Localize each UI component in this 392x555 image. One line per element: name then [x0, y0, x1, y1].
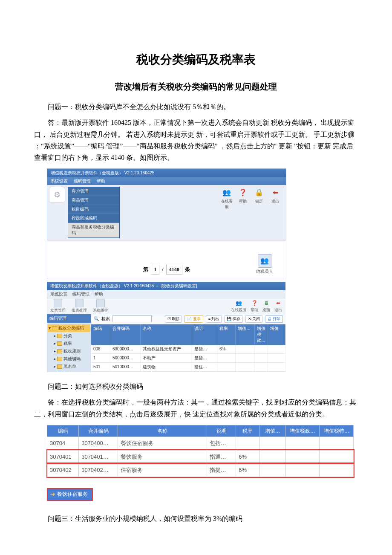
table-row-highlighted[interactable]: 3070402 3070402… 住宿服务 指提… 6%	[47, 463, 354, 477]
table-row[interactable]: 30704 3070400… 餐饮住宿服务 包括…	[47, 437, 354, 450]
folder-icon	[57, 341, 62, 346]
user-avatar[interactable]: 👥 纳税员人	[255, 254, 274, 275]
breadcrumb-label: 餐饮住宿服务	[57, 491, 88, 498]
tb-invoice[interactable]: 发票管理	[50, 299, 66, 313]
cell-v2	[285, 463, 320, 477]
tb-system[interactable]: 系统维护	[93, 299, 108, 313]
grid-row[interactable]: 5015010000…建筑物指住…	[91, 363, 285, 372]
screenshot-2-window: 增值税发票税控开票软件（金税盘版） V2.1.20.160425 － [税收分类…	[47, 282, 285, 372]
cell-code: 30704	[47, 437, 79, 450]
question-2: 问题二：如何选择税收分类编码	[34, 381, 358, 392]
th-v3: 增值税特…	[320, 425, 354, 437]
folder-icon	[52, 326, 57, 330]
help-icon: ❓	[238, 188, 248, 198]
menu-code-manage[interactable]: 编码管理	[74, 178, 91, 184]
menu-system-settings[interactable]: 系统设置	[51, 178, 68, 184]
tb-support[interactable]: 👥在线客服	[231, 299, 246, 313]
menu-item-product[interactable]: 商品管理	[68, 196, 119, 205]
btn-save[interactable]: 💾 保存	[224, 315, 243, 323]
cell-name: 餐饮服务	[118, 450, 207, 463]
tool-help[interactable]: ❓ 帮助	[236, 188, 249, 204]
search-input[interactable]	[112, 315, 152, 322]
tool-online-support[interactable]: 👥 在线客服	[220, 188, 233, 209]
exit-icon: ⬅	[274, 299, 282, 307]
tree-node[interactable]: ▸ 分类	[48, 332, 90, 340]
screenshot-1-window: 增值税发票税控开票软件（金税盘版） V2.1.20.160425 系统设置 编码…	[47, 168, 286, 240]
desktop-icon: 🖥	[262, 299, 270, 307]
cell-v3	[320, 437, 354, 450]
tb-exit[interactable]: ⬅退出	[274, 299, 282, 313]
btn-show[interactable]: 📄 显示	[184, 315, 203, 323]
tool-label: 退出	[269, 199, 282, 204]
cell-desc: 指提…	[207, 463, 236, 477]
cell-rate: 6%	[236, 463, 259, 477]
lock-icon: 🔒	[254, 188, 264, 198]
avatar-icon: 👥	[258, 254, 271, 268]
tb-report[interactable]: 报表处理	[72, 299, 87, 313]
btn-close[interactable]: ✕ 关闭	[245, 315, 263, 323]
tree-node[interactable]: ▸ 其他编码	[48, 355, 90, 363]
folder-icon	[57, 334, 62, 338]
window2-titlebar: 增值税发票税控开票软件（金税盘版） V2.1.20.160425 － [税收分类…	[47, 282, 285, 290]
support-icon: 👥	[235, 299, 242, 307]
breadcrumb-tag[interactable]: ➔ 餐饮住宿服务	[47, 488, 93, 501]
folder-icon	[57, 349, 62, 353]
gear-icon[interactable]: ⚙	[49, 187, 65, 203]
search-label: 检索	[101, 316, 110, 322]
menu-item-taxcode[interactable]: 税目编码	[68, 205, 119, 214]
th-desc: 说明	[207, 425, 236, 437]
cell-v3	[320, 450, 354, 463]
menu-item-customer[interactable]: 客户管理	[68, 187, 119, 196]
cell-code: 3070401	[47, 450, 79, 463]
cell-v1	[259, 463, 285, 477]
menu2-code[interactable]: 编码管理	[72, 291, 89, 297]
page-subtitle: 营改增后有关税收分类编码的常见问题处理	[34, 81, 358, 92]
th-code: 编码	[47, 425, 79, 437]
table-header-row: 编码 合并编码 名称 说明 税率 增值… 增值税政… 增值税特…	[47, 425, 354, 437]
window2-menubar: 系统设置 编码管理 帮助	[47, 290, 285, 298]
screenshot-1: 增值税发票税控开票软件（金税盘版） V2.1.20.160425 系统设置 编码…	[47, 168, 358, 372]
menu-item-region[interactable]: 行政区域编码	[68, 214, 119, 223]
avatar-label: 纳税员人	[255, 269, 274, 275]
tb-help[interactable]: ❓帮助	[251, 299, 258, 313]
tree-root[interactable]: ▾ 税收分类编码	[48, 324, 90, 332]
tree-node[interactable]: ▸ 黑名单	[48, 363, 90, 370]
cell-v1	[259, 437, 285, 450]
menu2-help[interactable]: 帮助	[95, 291, 103, 297]
cell-v3	[320, 463, 354, 477]
btn-list[interactable]: ≡ 列出	[206, 315, 222, 323]
cell-v2	[285, 450, 320, 463]
pager-label-right: 条	[185, 266, 190, 273]
cell-merge: 3070401…	[79, 450, 118, 463]
table-row-highlighted[interactable]: 3070401 3070401… 餐饮服务 指通… 6%	[47, 450, 354, 463]
page-title: 税收分类编码及税率表	[34, 51, 358, 68]
tree-node[interactable]: ▸ 税率	[48, 340, 90, 347]
grid-row[interactable]: 15000000…不动产是指…	[91, 354, 285, 363]
folder-icon	[57, 357, 62, 361]
tree-node[interactable]: ▸ 税收规则	[48, 347, 90, 355]
cell-desc: 包括…	[207, 437, 236, 450]
menu-item-tax-classification[interactable]: 商品和服务税收分类编码	[68, 223, 119, 238]
classification-table: 编码 合并编码 名称 说明 税率 增值… 增值税政… 增值税特… 30704 3…	[47, 425, 354, 477]
tool-exit[interactable]: ⬅ 退出	[269, 188, 282, 204]
grid-row[interactable]: 0066300000…其他权益性无形资产是指…6%	[91, 345, 285, 354]
cell-merge: 3070402…	[79, 463, 118, 477]
grid-header: 编码 合并编码 名称 说明 税率 增值… 增值税政… 增值	[91, 324, 285, 345]
answer-2: 答：在选择税收分类编码时，一般有两种方法：其一，通过检索关键字，找 到对应的分类…	[34, 396, 358, 419]
pager-current[interactable]: 1	[151, 265, 159, 275]
answer-1: 答：最新版开票软件 160425 版本，正常情况下第一次进入系统会自动更新 税收…	[34, 117, 358, 163]
cell-v2	[285, 437, 320, 450]
folder-icon	[57, 364, 62, 369]
menu-help[interactable]: 帮助	[97, 178, 105, 184]
btn-print[interactable]: 🖨 打印	[265, 315, 283, 323]
th-v1: 增值…	[259, 425, 285, 437]
tool-lock[interactable]: 🔒 锁屏	[253, 188, 265, 204]
screenshot-1-pager: 第 1 / 4140 条 👥 纳税员人	[47, 240, 286, 279]
help-icon: ❓	[251, 299, 258, 307]
menu2-system[interactable]: 系统设置	[50, 291, 67, 297]
tb-desktop[interactable]: 🖥桌面	[262, 299, 270, 313]
btn-refresh[interactable]: ☑ 刷新	[165, 315, 182, 323]
cell-code: 3070402	[47, 463, 79, 477]
th-name: 名称	[118, 425, 207, 437]
question-3: 问题三：生活服务业的小规模纳税人，如何设置税率为 3%的编码	[34, 513, 358, 524]
